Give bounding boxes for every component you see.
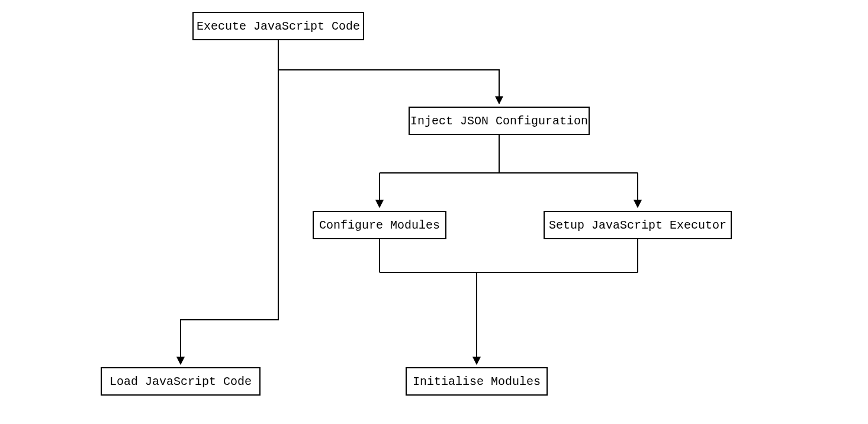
node-execute-javascript-code: Execute JavaScript Code bbox=[192, 12, 364, 40]
node-setup-javascript-executor: Setup JavaScript Executor bbox=[544, 211, 732, 239]
node-label: Inject JSON Configuration bbox=[410, 114, 588, 128]
node-label: Execute JavaScript Code bbox=[197, 20, 360, 33]
node-initialise-modules: Initialise Modules bbox=[406, 367, 548, 396]
node-load-javascript-code: Load JavaScript Code bbox=[101, 367, 261, 396]
node-label: Load JavaScript Code bbox=[110, 375, 252, 388]
node-label: Setup JavaScript Executor bbox=[549, 219, 726, 232]
node-inject-json-configuration: Inject JSON Configuration bbox=[409, 107, 590, 135]
node-label: Initialise Modules bbox=[413, 375, 541, 388]
node-label: Configure Modules bbox=[319, 219, 440, 232]
node-configure-modules: Configure Modules bbox=[313, 211, 446, 239]
diagram-canvas: Execute JavaScript Code Inject JSON Conf… bbox=[0, 0, 868, 424]
